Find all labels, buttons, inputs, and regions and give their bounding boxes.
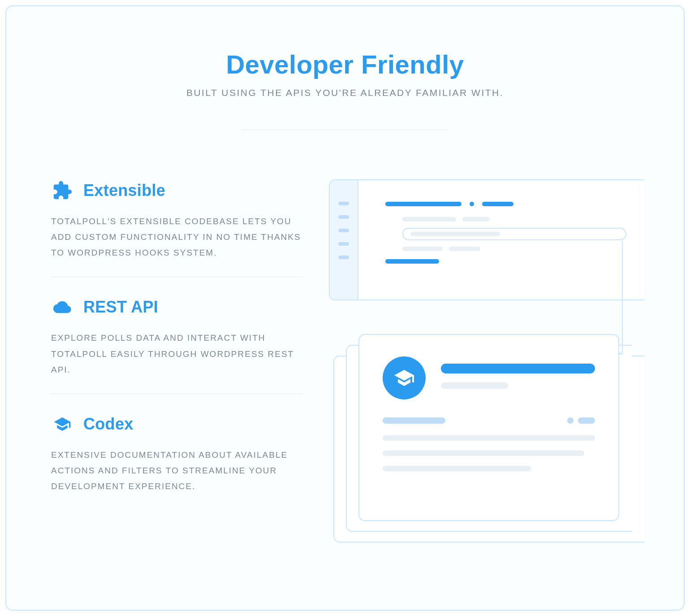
sidebar-dash [338, 229, 349, 232]
feature-rest-api: REST API EXPLORE POLLS DATA AND INTERACT… [51, 277, 302, 393]
doc-tag [578, 417, 595, 424]
graduation-cap-icon [393, 367, 415, 389]
doc-tag [567, 417, 574, 424]
connector-line [622, 241, 623, 353]
sidebar-dash [338, 202, 349, 205]
feature-title: Extensible [83, 181, 165, 200]
divider [242, 130, 448, 130]
illustration [329, 179, 639, 547]
sidebar-dash [338, 242, 349, 246]
doc-text-line [383, 451, 584, 456]
feature-body: EXTENSIVE DOCUMENTATION ABOUT AVAILABLE … [51, 447, 302, 494]
doc-text-line [383, 466, 531, 471]
feature-card: Developer Friendly BUILT USING THE APIS … [5, 5, 685, 611]
code-token [482, 202, 513, 206]
code-token [385, 259, 439, 264]
doc-text-line [383, 435, 595, 441]
window-body [358, 180, 644, 299]
code-token [462, 217, 489, 221]
doc-tag-group [567, 417, 595, 424]
code-token [402, 217, 456, 221]
doc-header [383, 356, 595, 399]
code-line [402, 247, 626, 251]
graduation-cap-icon [51, 413, 73, 435]
code-line-highlight [402, 228, 626, 240]
feature-codex: Codex EXTENSIVE DOCUMENTATION ABOUT AVAI… [51, 394, 302, 510]
code-token [402, 247, 443, 251]
feature-body: EXPLORE POLLS DATA AND INTERACT WITH TOT… [51, 330, 302, 377]
doc-subtitle-bar [441, 382, 508, 389]
card-content: Extensible TOTALPOLL'S EXTENSIBLE CODEBA… [51, 179, 639, 547]
code-token [410, 232, 500, 236]
card-header: Developer Friendly BUILT USING THE APIS … [51, 49, 639, 130]
card-subtitle: BUILT USING THE APIS YOU'RE ALREADY FAMI… [51, 87, 639, 98]
code-token [449, 247, 480, 251]
code-line [385, 202, 626, 206]
doc-avatar [383, 356, 426, 399]
puzzle-icon [51, 179, 73, 202]
doc-card-front [358, 334, 619, 521]
cloud-icon [51, 296, 73, 318]
code-token [385, 202, 461, 206]
doc-meta-row [383, 417, 595, 424]
code-line [402, 217, 626, 221]
card-title: Developer Friendly [51, 49, 639, 79]
doc-stack [333, 334, 644, 542]
window-sidebar [330, 180, 358, 299]
doc-title-bar [441, 364, 595, 373]
code-dot [470, 202, 474, 206]
feature-list: Extensible TOTALPOLL'S EXTENSIBLE CODEBA… [51, 179, 302, 510]
doc-tag [383, 417, 445, 424]
sidebar-dash [338, 256, 349, 259]
feature-body: TOTALPOLL'S EXTENSIBLE CODEBASE LETS YOU… [51, 213, 302, 260]
window-illustration [329, 179, 644, 300]
feature-title: Codex [83, 415, 134, 434]
feature-extensible: Extensible TOTALPOLL'S EXTENSIBLE CODEBA… [51, 179, 302, 277]
sidebar-dash [338, 215, 349, 219]
feature-title: REST API [83, 298, 158, 317]
doc-title-block [441, 356, 595, 389]
